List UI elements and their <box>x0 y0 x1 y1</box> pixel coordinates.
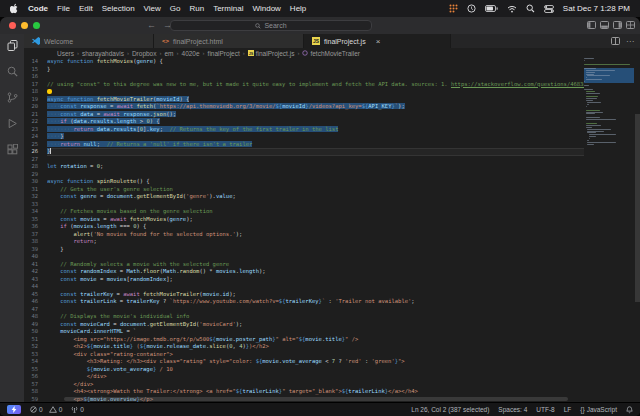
errors-indicator[interactable]: 0 0 <box>30 406 62 413</box>
line-number[interactable]: 56 <box>24 373 42 381</box>
line-number[interactable]: 15 <box>24 66 42 74</box>
breadcrumb-em[interactable]: em <box>164 50 173 57</box>
menu-view[interactable]: View <box>144 4 161 13</box>
indentation[interactable]: Spaces: 4 <box>498 406 527 413</box>
menu-terminal[interactable]: Terminal <box>213 4 243 13</box>
battery-icon[interactable] <box>485 5 498 12</box>
line-number[interactable]: 19 <box>24 96 42 104</box>
explorer-icon[interactable] <box>7 40 18 51</box>
line-number[interactable]: 38 <box>24 238 42 246</box>
lightbulb-icon[interactable] <box>47 89 52 94</box>
language-mode[interactable]: {} JavaScript <box>580 406 617 413</box>
line-number[interactable]: 51 <box>24 336 42 344</box>
line-number[interactable]: 14 <box>24 58 42 66</box>
line-number[interactable]: 34 <box>24 208 42 216</box>
wifi-icon[interactable] <box>507 5 517 13</box>
line-number[interactable]: 48 <box>24 313 42 321</box>
menu-window[interactable]: Window <box>252 4 280 13</box>
remote-indicator[interactable] <box>7 405 21 414</box>
line-number[interactable]: 23 <box>24 126 42 134</box>
line-number[interactable]: 43 <box>24 276 42 284</box>
line-number[interactable]: 45 <box>24 291 42 299</box>
window-titlebar[interactable]: ← → Search <box>0 17 640 35</box>
encoding[interactable]: UTF-8 <box>536 406 554 413</box>
vertical-scrollbar[interactable] <box>635 114 640 302</box>
line-number[interactable]: 33 <box>24 201 42 209</box>
spotlight-icon[interactable] <box>526 4 535 13</box>
code-area[interactable]: async function fetchMovies(genre) {}// u… <box>47 58 584 402</box>
line-number[interactable]: 35 <box>24 216 42 224</box>
line-number[interactable]: 31 <box>24 186 42 194</box>
line-number[interactable]: 17 <box>24 81 42 89</box>
menubar-clock[interactable]: Sat Dec 7 1:28 PM <box>563 4 630 13</box>
line-number[interactable]: 54 <box>24 358 42 366</box>
close-window-button[interactable] <box>9 22 16 29</box>
line-number[interactable]: 52 <box>24 343 42 351</box>
line-number[interactable]: 55 <box>24 366 42 374</box>
line-number[interactable]: 42 <box>24 268 42 276</box>
close-tab-icon[interactable]: × <box>376 37 381 46</box>
line-number[interactable]: 49 <box>24 321 42 329</box>
line-number[interactable]: 50 <box>24 328 42 336</box>
search-sidebar-icon[interactable] <box>7 66 18 77</box>
line-number[interactable]: 37 <box>24 231 42 239</box>
line-number[interactable]: 24 <box>24 133 42 141</box>
app-grid-icon[interactable] <box>449 4 458 13</box>
line-number[interactable]: 39 <box>24 246 42 254</box>
line-number[interactable]: 16 <box>24 73 42 81</box>
line-number[interactable]: 41 <box>24 261 42 269</box>
line-number[interactable]: 29 <box>24 171 42 179</box>
menu-file[interactable]: File <box>57 4 70 13</box>
menu-go[interactable]: Go <box>170 4 181 13</box>
code-editor[interactable]: 1415161718192021222324252627282930313233… <box>24 58 640 402</box>
line-number[interactable]: 20 <box>24 103 42 111</box>
breadcrumb-4020e[interactable]: 4020e <box>182 50 200 57</box>
menu-help[interactable]: Help <box>290 4 306 13</box>
ports-indicator[interactable]: 0 <box>71 406 84 413</box>
tab-welcome[interactable]: Welcome <box>24 34 154 48</box>
tab-finalproject-html[interactable]: <> finalProject.html <box>154 34 304 48</box>
line-number[interactable]: 46 <box>24 298 42 306</box>
menu-run[interactable]: Run <box>189 4 204 13</box>
line-number[interactable]: 21 <box>24 111 42 119</box>
toggle-panel-icon[interactable] <box>600 21 609 29</box>
customize-layout-icon[interactable] <box>626 21 635 29</box>
line-number[interactable]: 32 <box>24 193 42 201</box>
breadcrumb-finalproject[interactable]: finalProject <box>208 50 240 57</box>
line-number[interactable]: 25 <box>24 141 42 149</box>
minimap[interactable] <box>584 58 634 402</box>
line-number[interactable]: 30 <box>24 178 42 186</box>
horizontal-scrollbar[interactable] <box>64 397 568 401</box>
eol-sequence[interactable]: LF <box>564 406 572 413</box>
menu-selection[interactable]: Selection <box>102 4 135 13</box>
line-number[interactable]: 47 <box>24 306 42 314</box>
line-number[interactable]: 40 <box>24 253 42 261</box>
menu-code[interactable]: Code <box>28 4 48 13</box>
minimize-window-button[interactable] <box>21 22 28 29</box>
line-number[interactable]: 57 <box>24 381 42 389</box>
line-number[interactable]: 26 <box>24 148 42 156</box>
line-number[interactable]: 58 <box>24 388 42 396</box>
nav-back-icon[interactable]: ← <box>147 20 156 30</box>
toggle-secondary-sidebar-icon[interactable] <box>613 21 622 29</box>
more-actions-icon[interactable]: ⋯ <box>626 37 634 46</box>
cursor-position[interactable]: Ln 26, Col 2 (387 selected) <box>411 406 489 413</box>
line-number[interactable]: 36 <box>24 223 42 231</box>
toggle-primary-sidebar-icon[interactable] <box>587 21 596 29</box>
command-center-search[interactable]: Search <box>170 20 372 31</box>
line-number[interactable]: 28 <box>24 163 42 171</box>
line-number[interactable]: 44 <box>24 283 42 291</box>
breadcrumb-users[interactable]: Users <box>57 50 74 57</box>
tab-finalproject-js[interactable]: JS finalProject.js × <box>304 34 451 48</box>
clock-icon[interactable] <box>467 4 476 13</box>
zoom-window-button[interactable] <box>33 22 40 29</box>
control-center-icon[interactable] <box>544 5 554 13</box>
line-number[interactable]: 27 <box>24 156 42 164</box>
line-number[interactable]: 18 <box>24 88 42 96</box>
source-control-icon[interactable] <box>7 92 18 103</box>
line-number[interactable]: 22 <box>24 118 42 126</box>
menu-edit[interactable]: Edit <box>79 4 93 13</box>
line-number[interactable]: 53 <box>24 351 42 359</box>
notifications-bell-icon[interactable] <box>626 406 633 414</box>
apple-icon[interactable] <box>10 3 19 14</box>
